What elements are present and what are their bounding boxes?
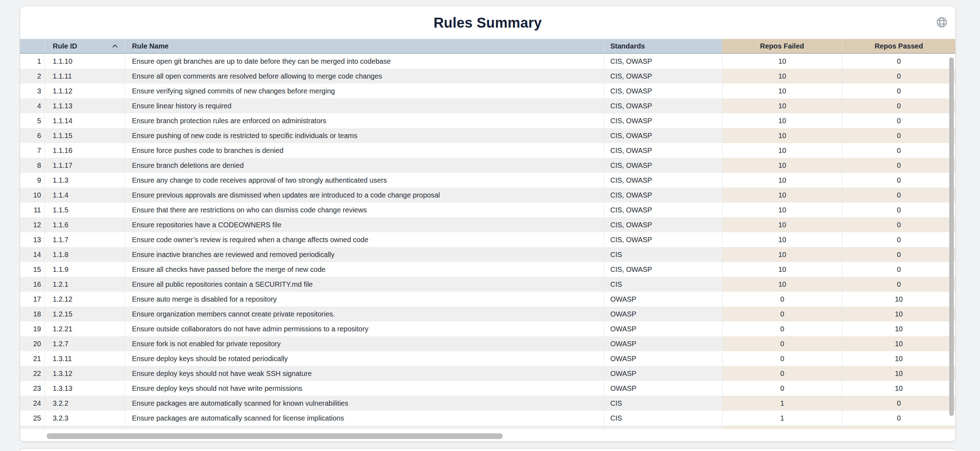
cell-row-index: 14 bbox=[20, 247, 45, 262]
cell-rule-name: Ensure fork is not enabled for private r… bbox=[124, 336, 604, 351]
cell-standards: OWASP bbox=[604, 307, 722, 322]
cell-rule-id: 1.1.11 bbox=[45, 69, 124, 84]
column-header-repos-passed[interactable]: Repos Passed bbox=[842, 39, 955, 54]
cell-row-index: 23 bbox=[20, 381, 45, 396]
horizontal-scrollbar-thumb[interactable] bbox=[47, 433, 503, 439]
cell-repos-passed: 0 bbox=[842, 54, 955, 69]
cell-repos-failed: 10 bbox=[722, 69, 842, 84]
cell-rule-id: 1.1.5 bbox=[45, 202, 124, 217]
column-header-repos-failed[interactable]: Repos Failed bbox=[722, 39, 842, 54]
cell-standards: OWASP bbox=[604, 322, 722, 336]
cell-standards: CIS, OWASP bbox=[604, 84, 722, 99]
cell-repos-failed: 10 bbox=[722, 188, 842, 202]
cell-repos-passed: 10 bbox=[842, 336, 955, 351]
cell-row-index: 4 bbox=[20, 99, 45, 113]
cell-rule-name: Ensure outside collaborators do not have… bbox=[124, 322, 604, 336]
cell-standards: OWASP bbox=[604, 292, 722, 307]
cell-rule-name: Ensure repositories have a CODEOWNERS fi… bbox=[124, 217, 604, 232]
cell-repos-passed: 10 bbox=[842, 366, 955, 381]
cell-repos-failed: 1 bbox=[722, 411, 842, 426]
cell-repos-failed: 10 bbox=[722, 173, 842, 188]
cell-repos-passed: 10 bbox=[842, 322, 955, 336]
cell-rule-id: 1.1.15 bbox=[45, 128, 124, 143]
cell-rule-name: Ensure inactive branches are reviewed an… bbox=[124, 247, 604, 262]
cell-row-index: 15 bbox=[20, 262, 45, 277]
cell-row-index: 7 bbox=[20, 143, 45, 158]
cell-standards: CIS bbox=[604, 396, 722, 411]
cell-row-index: 24 bbox=[20, 396, 45, 411]
column-header-standards[interactable]: Standards bbox=[604, 39, 722, 54]
cell-row-index: 25 bbox=[20, 411, 45, 426]
cell-rule-id: 1.1.17 bbox=[45, 158, 124, 173]
cell-repos-failed: 0 bbox=[722, 381, 842, 396]
cell-repos-failed: 10 bbox=[722, 158, 842, 173]
cell-repos-failed: 0 bbox=[722, 322, 842, 336]
next-card-top-edge bbox=[20, 449, 955, 451]
vertical-scrollbar-thumb[interactable] bbox=[949, 57, 954, 416]
cell-repos-failed: 10 bbox=[722, 202, 842, 217]
cell-row-index: 1 bbox=[20, 54, 45, 69]
cell-standards: CIS, OWASP bbox=[604, 113, 722, 128]
cell-rule-id: 1.2.21 bbox=[45, 322, 124, 336]
globe-icon[interactable] bbox=[936, 16, 948, 28]
cell-standards: CIS, OWASP bbox=[604, 262, 722, 277]
cell-row-index: 21 bbox=[20, 351, 45, 366]
cell-rule-name: Ensure linear history is required bbox=[124, 99, 604, 113]
cell-rule-id: 1.1.8 bbox=[45, 247, 124, 262]
cell-rule-id: 1.2.15 bbox=[45, 307, 124, 322]
cell-repos-failed: 1 bbox=[722, 396, 842, 411]
cell-repos-failed: 10 bbox=[722, 217, 842, 232]
cell-repos-passed: 0 bbox=[842, 113, 955, 128]
card-header: Rules Summary bbox=[20, 6, 955, 39]
cell-rule-id: 1.1.6 bbox=[45, 217, 124, 232]
cell-rule-name: Ensure branch protection rules are enfor… bbox=[124, 113, 604, 128]
cell-rule-id: 1.1.7 bbox=[45, 232, 124, 247]
cell-rule-id: 1.2.12 bbox=[45, 292, 124, 307]
cell-repos-passed: 0 bbox=[842, 143, 955, 158]
cell-standards: CIS, OWASP bbox=[604, 158, 722, 173]
table-row-partial bbox=[20, 426, 45, 429]
cell-rule-name: Ensure packages are automatically scanne… bbox=[124, 396, 604, 411]
cell-rule-name: Ensure any change to code receives appro… bbox=[124, 173, 604, 188]
cell-standards: CIS, OWASP bbox=[604, 143, 722, 158]
cell-row-index: 3 bbox=[20, 84, 45, 99]
cell-row-index: 16 bbox=[20, 277, 45, 292]
cell-rule-id: 1.3.13 bbox=[45, 381, 124, 396]
cell-standards: CIS, OWASP bbox=[604, 54, 722, 69]
cell-rule-name: Ensure that there are restrictions on wh… bbox=[124, 202, 604, 217]
column-header-rule-id[interactable]: Rule ID bbox=[45, 39, 124, 54]
cell-row-index: 18 bbox=[20, 307, 45, 322]
cell-rule-id: 1.1.13 bbox=[45, 99, 124, 113]
cell-rule-name: Ensure all public repositories contain a… bbox=[124, 277, 604, 292]
cell-repos-failed: 10 bbox=[722, 84, 842, 99]
cell-repos-failed: 0 bbox=[722, 292, 842, 307]
cell-repos-passed: 0 bbox=[842, 128, 955, 143]
cell-repos-failed: 10 bbox=[722, 128, 842, 143]
cell-row-index: 8 bbox=[20, 158, 45, 173]
cell-repos-passed: 10 bbox=[842, 351, 955, 366]
cell-rule-name: Ensure open git branches are up to date … bbox=[124, 54, 604, 69]
cell-row-index: 6 bbox=[20, 128, 45, 143]
cell-rule-id: 1.1.3 bbox=[45, 173, 124, 188]
cell-rule-id: 1.3.12 bbox=[45, 366, 124, 381]
cell-row-index: 2 bbox=[20, 69, 45, 84]
cell-repos-passed: 10 bbox=[842, 292, 955, 307]
cell-rule-id: 1.2.7 bbox=[45, 336, 124, 351]
column-header-row-index[interactable] bbox=[20, 39, 45, 54]
cell-rule-id: 1.1.9 bbox=[45, 262, 124, 277]
rules-table: Rule ID Rule Name Standards Repos Failed… bbox=[20, 39, 955, 429]
cell-row-index: 20 bbox=[20, 336, 45, 351]
cell-rule-name: Ensure all open comments are resolved be… bbox=[124, 69, 604, 84]
cell-repos-passed: 0 bbox=[842, 217, 955, 232]
cell-row-index: 10 bbox=[20, 188, 45, 202]
cell-repos-passed: 10 bbox=[842, 381, 955, 396]
cell-standards: CIS bbox=[604, 247, 722, 262]
cell-repos-passed: 0 bbox=[842, 84, 955, 99]
cell-standards: OWASP bbox=[604, 366, 722, 381]
cell-repos-failed: 10 bbox=[722, 54, 842, 69]
column-header-label: Rule ID bbox=[53, 42, 77, 50]
cell-standards: CIS, OWASP bbox=[604, 188, 722, 202]
cell-repos-passed: 0 bbox=[842, 69, 955, 84]
cell-standards: OWASP bbox=[604, 381, 722, 396]
column-header-rule-name[interactable]: Rule Name bbox=[124, 39, 604, 54]
